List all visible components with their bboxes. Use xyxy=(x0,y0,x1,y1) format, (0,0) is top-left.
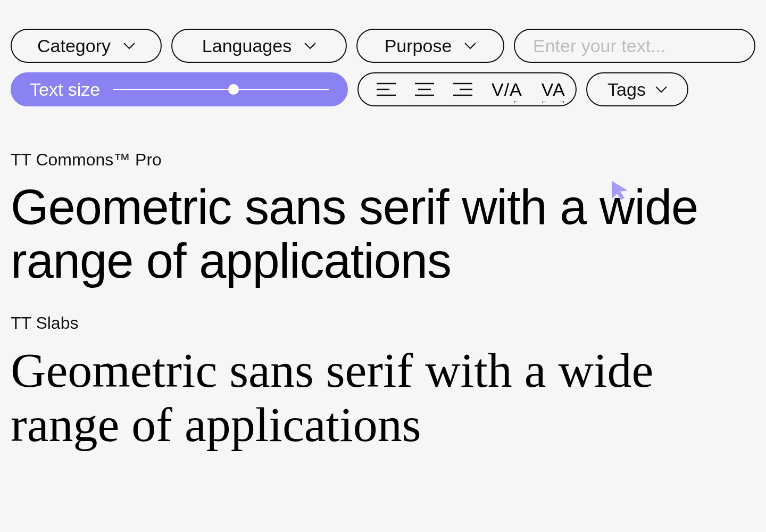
text-size-slider[interactable]: Text size xyxy=(11,72,348,106)
cursor-icon xyxy=(611,180,630,201)
slider-thumb[interactable] xyxy=(228,84,239,95)
kerning-wide-button[interactable]: VA ← → xyxy=(542,79,565,100)
kerning-tight-button[interactable]: V/A ← xyxy=(492,79,522,100)
controls-row-1: Category Languages Purpose xyxy=(11,29,755,63)
text-size-label: Text size xyxy=(30,79,100,100)
align-center-button[interactable] xyxy=(415,79,434,100)
sample-text-input[interactable] xyxy=(533,36,736,56)
chevron-down-icon xyxy=(464,42,476,49)
font-name: TT Slabs xyxy=(11,313,755,333)
chevron-down-icon xyxy=(655,86,667,93)
sample-text-input-wrapper[interactable] xyxy=(514,29,755,63)
category-label: Category xyxy=(37,36,111,56)
chevron-down-icon xyxy=(123,42,135,49)
align-center-icon xyxy=(415,81,434,97)
text-toolbar: V/A ← VA ← → xyxy=(357,72,577,106)
align-left-button[interactable] xyxy=(377,79,396,100)
languages-dropdown[interactable]: Languages xyxy=(171,29,347,63)
tags-label: Tags xyxy=(607,79,646,100)
category-dropdown[interactable]: Category xyxy=(11,29,162,63)
slider-track[interactable] xyxy=(113,89,329,90)
align-right-button[interactable] xyxy=(453,79,472,100)
font-sample[interactable]: Geometric sans serif with a wide range o… xyxy=(11,344,755,451)
font-sample[interactable]: Geometric sans serif with a wide range o… xyxy=(11,180,755,288)
align-right-icon xyxy=(453,81,472,97)
font-item[interactable]: TT Commons™ Pro Geometric sans serif wit… xyxy=(11,150,755,288)
purpose-label: Purpose xyxy=(385,36,452,56)
languages-label: Languages xyxy=(202,36,292,56)
kerning-wide-icon: VA ← → xyxy=(542,79,565,100)
purpose-dropdown[interactable]: Purpose xyxy=(356,29,504,63)
font-item[interactable]: TT Slabs Geometric sans serif with a wid… xyxy=(11,313,755,451)
chevron-down-icon xyxy=(304,42,316,49)
controls-row-2: Text size xyxy=(11,72,755,106)
font-list: TT Commons™ Pro Geometric sans serif wit… xyxy=(11,150,755,452)
align-left-icon xyxy=(377,81,396,97)
kerning-tight-icon: V/A ← xyxy=(492,79,522,100)
tags-dropdown[interactable]: Tags xyxy=(586,72,688,106)
font-name: TT Commons™ Pro xyxy=(11,150,755,170)
